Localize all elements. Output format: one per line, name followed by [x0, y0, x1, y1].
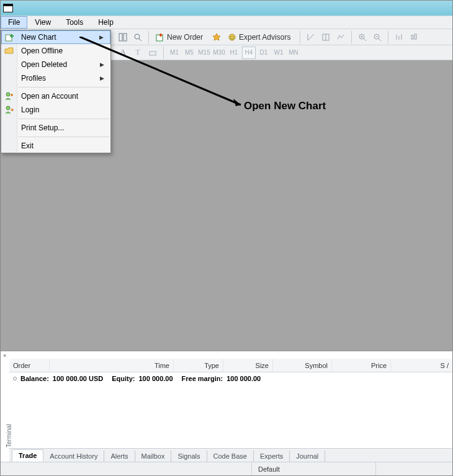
tab-experts[interactable]: Experts [254, 451, 290, 462]
objects-list-icon[interactable] [146, 46, 159, 60]
menuitem-open-deleted[interactable]: Open Deleted ▶ [1, 58, 110, 71]
expert-advisors-label: Expert Advisors [239, 33, 290, 42]
menuitem-label: Profiles [21, 74, 46, 83]
indicator-icon[interactable] [334, 30, 348, 44]
file-menu-dropdown: New Chart ▶ Open Offline Open Deleted ▶ … [1, 30, 111, 153]
balance-summary-row[interactable]: Balance: 100 000.00 USD Equity: 100 000.… [9, 372, 452, 385]
status-default: Default [252, 462, 376, 475]
tab-journal[interactable]: Journal [290, 451, 325, 462]
menuitem-label: Open an Account [21, 92, 78, 101]
submenu-arrow-icon: ▶ [100, 61, 104, 68]
menuitem-open-account[interactable]: Open an Account [1, 89, 110, 103]
annotation-text: Open New Chart [244, 100, 326, 112]
zoom-chart-icon[interactable] [131, 30, 145, 44]
submenu-arrow-icon: ▶ [100, 75, 104, 81]
timeframe-m30[interactable]: M30 [212, 47, 226, 59]
terminal-panel: × Terminal Order Time Type Size Symbol P… [1, 351, 452, 462]
zoom-in-icon[interactable] [356, 30, 369, 44]
timeframe-h4[interactable]: H4 [242, 47, 256, 59]
expert-advisors-icon [228, 33, 236, 42]
new-order-button[interactable]: New Order [153, 30, 209, 44]
tab-trade[interactable]: Trade [12, 449, 43, 462]
menuitem-label: Exit [21, 141, 34, 150]
timeframe-mn[interactable]: MN [287, 47, 300, 59]
col-size[interactable]: Size [223, 359, 273, 372]
text-label-icon[interactable]: A [116, 46, 130, 60]
terminal-tabs: Trade Account History Alerts Mailbox Sig… [9, 448, 452, 462]
terminal-close-icon[interactable]: × [3, 353, 6, 359]
menu-separator [19, 87, 109, 88]
app-window-icon [3, 4, 13, 12]
menuitem-login[interactable]: Login [1, 103, 110, 117]
col-sl[interactable]: S / [391, 359, 452, 372]
folder-icon [4, 45, 15, 56]
status-cell-3 [376, 462, 452, 475]
svg-line-11 [308, 34, 314, 40]
timeframe-m15[interactable]: M15 [197, 47, 211, 59]
submenu-arrow-icon: ▶ [99, 34, 104, 40]
menu-separator [19, 137, 109, 137]
menuitem-label: Print Setup... [21, 123, 64, 132]
svg-rect-25 [411, 35, 413, 39]
tab-signals[interactable]: Signals [171, 451, 207, 462]
new-order-icon [156, 33, 164, 42]
status-bar: Default [1, 462, 452, 475]
svg-rect-27 [150, 52, 156, 55]
svg-marker-7 [213, 34, 220, 40]
col-order[interactable]: Order [9, 359, 50, 372]
terminal-header-row: Order Time Type Size Symbol Price S / [9, 359, 452, 372]
tab-alerts[interactable]: Alerts [104, 451, 135, 462]
menuitem-print-setup[interactable]: Print Setup... [1, 121, 110, 135]
timeframe-m1[interactable]: M1 [168, 47, 181, 59]
menu-help[interactable]: Help [91, 16, 121, 29]
svg-rect-0 [119, 34, 122, 41]
timeframe-d1[interactable]: D1 [257, 47, 271, 59]
svg-point-31 [6, 92, 10, 96]
menuitem-profiles[interactable]: Profiles ▶ [1, 71, 110, 85]
terminal-label: Terminal [6, 424, 12, 447]
autotrading-icon[interactable] [210, 30, 223, 44]
text-object-icon[interactable]: T [131, 46, 145, 60]
bullet-icon [13, 377, 17, 380]
menu-tools[interactable]: Tools [58, 16, 91, 29]
menuitem-label: Open Offline [21, 47, 63, 55]
menuitem-open-offline[interactable]: Open Offline [1, 44, 110, 58]
balance-value: 100 000.00 USD [53, 375, 103, 382]
menuitem-label: Login [21, 106, 39, 114]
col-price[interactable]: Price [332, 359, 391, 372]
svg-line-18 [364, 38, 366, 41]
col-time[interactable]: Time [50, 359, 174, 372]
zoom-out-icon[interactable] [370, 30, 384, 44]
timeframe-h1[interactable]: H1 [227, 47, 241, 59]
svg-point-9 [230, 36, 231, 37]
line-tool-icon[interactable] [304, 30, 318, 44]
menuitem-exit[interactable]: Exit [1, 139, 110, 153]
menu-view[interactable]: View [27, 16, 58, 29]
tab-mailbox[interactable]: Mailbox [135, 451, 172, 462]
balance-label: Balance: [20, 375, 49, 382]
menuitem-label: New Chart [21, 33, 56, 42]
tab-code-base[interactable]: Code Base [207, 451, 254, 462]
svg-rect-26 [415, 34, 416, 39]
timeframe-m5[interactable]: M5 [182, 47, 196, 59]
col-type[interactable]: Type [174, 359, 223, 372]
svg-line-21 [379, 38, 381, 41]
plus-chart-icon [4, 32, 16, 43]
free-margin-label: Free margin: [182, 375, 223, 382]
user-login-icon [4, 104, 15, 115]
menuitem-new-chart[interactable]: New Chart ▶ [1, 30, 110, 44]
bar-chart-icon[interactable] [392, 30, 406, 44]
menuitem-label: Open Deleted [21, 60, 67, 69]
tab-account-history[interactable]: Account History [43, 451, 104, 462]
col-symbol[interactable]: Symbol [273, 359, 332, 372]
window-layout-icon[interactable] [116, 30, 130, 44]
timeframe-w1[interactable]: W1 [272, 47, 285, 59]
menu-file[interactable]: File [1, 16, 27, 29]
expert-advisors-button[interactable]: Expert Advisors [225, 30, 296, 44]
svg-point-2 [135, 34, 140, 39]
objects-icon[interactable] [319, 30, 333, 44]
candle-chart-icon[interactable] [407, 30, 421, 44]
svg-rect-1 [123, 34, 127, 41]
menu-bar: File View Tools Help [1, 16, 452, 29]
status-cell-1 [1, 462, 252, 475]
